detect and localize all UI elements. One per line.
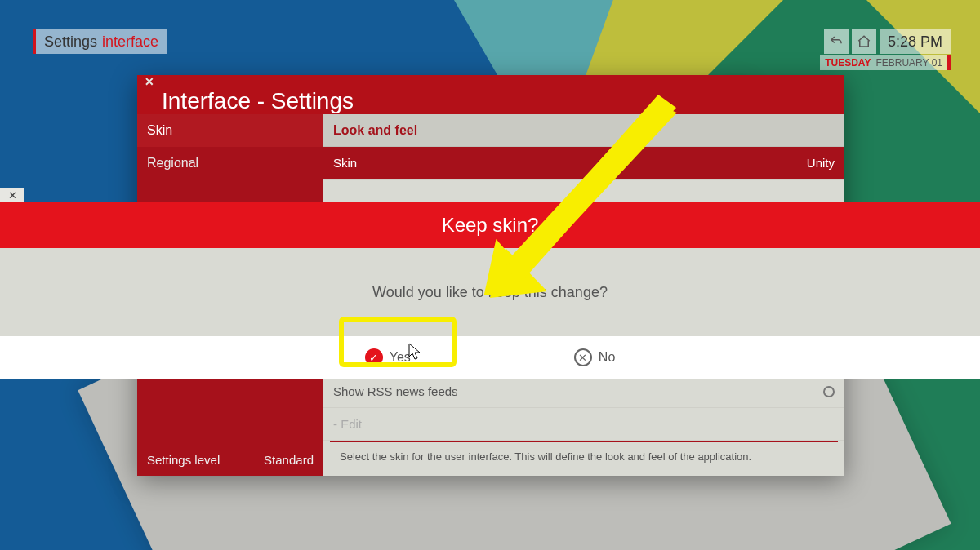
group-header: Look and feel xyxy=(323,114,844,147)
row-skin-value: Unity xyxy=(807,156,835,170)
clock-time: 5:28 PM xyxy=(880,29,951,54)
sidebar-item-skin[interactable]: Skin xyxy=(137,114,323,147)
sidebar-item-regional[interactable]: Regional xyxy=(137,147,323,180)
clock-date: FEBRUARY 01 xyxy=(875,57,942,69)
row-edit-label: - Edit xyxy=(333,417,362,431)
row-rss-label: Show RSS news feeds xyxy=(333,384,458,398)
setting-description: Select the skin for the user interface. … xyxy=(330,441,838,476)
radio-icon[interactable] xyxy=(823,386,835,397)
dialog-buttons: ✓ Yes ✕ No xyxy=(0,336,980,379)
row-rss[interactable]: Show RSS news feeds xyxy=(323,375,844,408)
row-skin-label: Skin xyxy=(333,156,357,170)
home-icon[interactable] xyxy=(852,29,876,54)
settings-level-label: Settings level xyxy=(147,453,220,467)
close-icon[interactable]: ✕ xyxy=(137,75,162,88)
mouse-cursor xyxy=(408,343,423,361)
clock-dayofweek: TUESDAY xyxy=(825,57,871,69)
breadcrumb-root: Settings xyxy=(44,33,97,51)
no-label: No xyxy=(599,350,615,365)
yes-label: Yes xyxy=(390,350,411,365)
x-circle-icon: ✕ xyxy=(574,348,592,366)
dialog-body: Would you like to keep this change? xyxy=(0,248,980,336)
dialog-close-icon[interactable]: ✕ xyxy=(0,188,24,202)
clock-block: 5:28 PM TUESDAY FEBRUARY 01 xyxy=(820,29,951,70)
settings-level-value: Standard xyxy=(264,453,314,467)
row-skin[interactable]: Skin Unity xyxy=(323,147,844,180)
settings-level[interactable]: Settings level Standard xyxy=(137,443,323,476)
confirm-dialog: ✕ Keep skin? Would you like to keep this… xyxy=(0,188,980,379)
panel-title: Interface - Settings xyxy=(137,88,844,114)
breadcrumb-current: interface xyxy=(102,33,158,51)
panel-close-bar: ✕ xyxy=(137,75,844,88)
row-edit: - Edit xyxy=(323,408,844,441)
back-icon[interactable] xyxy=(824,29,849,54)
no-button[interactable]: ✕ No xyxy=(550,344,639,371)
breadcrumb: Settings interface xyxy=(33,29,167,54)
dialog-title: Keep skin? xyxy=(0,202,980,248)
check-icon: ✓ xyxy=(365,348,383,366)
